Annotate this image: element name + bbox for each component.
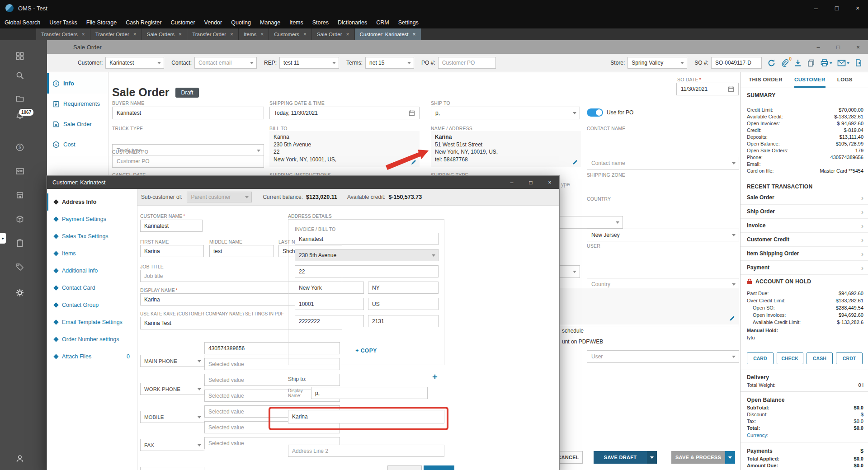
tab-customer[interactable]: CUSTOMER xyxy=(794,72,826,88)
close-icon[interactable]: × xyxy=(540,176,559,189)
menu-items[interactable]: Items xyxy=(285,16,308,28)
minimize-icon[interactable]: – xyxy=(806,0,826,16)
package-icon[interactable] xyxy=(15,215,24,224)
download-icon[interactable] xyxy=(794,59,802,67)
middle-name-input[interactable]: test xyxy=(209,245,274,257)
menu-global-search[interactable]: Global Search xyxy=(0,16,45,28)
rep-select[interactable]: test 11 xyxy=(279,57,339,69)
save-process-button[interactable]: SAVE & PROCESS xyxy=(671,451,725,464)
parent-customer-select[interactable]: Parent customer xyxy=(187,192,252,202)
modal-nav-address-info[interactable]: Address Info xyxy=(47,193,137,211)
tab-sale-orders[interactable]: Sale Orders× xyxy=(142,28,187,40)
modal-nav-contact-card[interactable]: Contact Card xyxy=(47,279,137,296)
tab-this-order[interactable]: THIS ORDER xyxy=(749,72,783,88)
bill-name-input[interactable]: Karinatest xyxy=(295,233,439,245)
email-type-select[interactable]: EMAIL xyxy=(140,467,204,470)
modal-nav-email-template-settings[interactable]: Email Template Settings xyxy=(47,314,137,331)
recent-item-customer-credit[interactable]: Customer Credit› xyxy=(741,233,868,247)
edit-pencil-icon[interactable] xyxy=(729,315,736,322)
add-address-button[interactable]: + xyxy=(432,372,438,382)
modal-nav-contact-group[interactable]: Contact Group xyxy=(47,296,137,314)
customer-name-input[interactable]: Karinatest xyxy=(140,220,203,232)
menu-user-tasks[interactable]: User Tasks xyxy=(45,16,82,28)
tab-close-icon[interactable]: × xyxy=(133,31,137,38)
mobile-input[interactable]: Selected value xyxy=(204,374,340,386)
shipping-zone-select[interactable]: New Jersey xyxy=(587,229,739,241)
save-draft-button[interactable]: SAVE DRAFT xyxy=(594,451,647,464)
bill-line2-input[interactable]: 22 xyxy=(295,265,439,277)
tab-logs[interactable]: LOGS xyxy=(837,72,853,88)
print-dropdown-icon[interactable] xyxy=(830,62,832,66)
store-icon[interactable] xyxy=(15,191,24,200)
tab-close-icon[interactable]: × xyxy=(346,31,349,38)
email-icon[interactable] xyxy=(837,60,849,66)
ship-display-name-input[interactable]: p, xyxy=(311,387,428,399)
maximize-icon[interactable]: □ xyxy=(826,0,847,16)
menu-dictionaries[interactable]: Dictionaries xyxy=(333,16,372,28)
shipping-date-input[interactable]: Today, 11/30/2021 xyxy=(269,107,420,119)
credit-button[interactable]: CRDT xyxy=(836,352,863,364)
modal-nav-order-number-settings[interactable]: Order Number settings xyxy=(47,331,137,348)
tab-customers[interactable]: Customers× xyxy=(269,28,312,40)
bill-city-input[interactable]: New York xyxy=(295,282,364,294)
buyer-name-input[interactable]: Karinatest xyxy=(112,107,264,119)
fax-type-select[interactable]: FAX xyxy=(140,439,204,451)
menu-stores[interactable]: Stores xyxy=(308,16,333,28)
modal-nav-additional-info[interactable]: Additional Info xyxy=(47,262,137,279)
tab-close-icon[interactable]: × xyxy=(303,31,307,38)
modal-save-button[interactable] xyxy=(424,465,454,470)
first-name-input[interactable]: Karina xyxy=(140,245,204,257)
recent-item-sale-order[interactable]: Sale Order› xyxy=(741,191,868,205)
so-number-input[interactable]: SO-0049117-D xyxy=(711,57,762,69)
contact-select[interactable]: Contact email xyxy=(194,57,257,69)
recent-item-ship-order[interactable]: Ship Order› xyxy=(741,205,868,219)
email-dropdown-icon[interactable] xyxy=(847,62,849,66)
tab-close-icon[interactable]: × xyxy=(413,31,416,38)
so-date-input[interactable]: 11/30/2021 xyxy=(676,83,739,95)
recent-item-invoice[interactable]: Invoice› xyxy=(741,219,868,233)
tab-close-icon[interactable]: × xyxy=(82,31,85,38)
close-icon[interactable]: × xyxy=(848,40,868,54)
menu-cash-register[interactable]: Cash Register xyxy=(121,16,166,28)
tab-sale-order[interactable]: Sale Order× xyxy=(312,28,355,40)
mobile-type-select[interactable]: MOBILE xyxy=(140,411,204,423)
dollar-icon[interactable]: $ xyxy=(15,143,24,152)
tab-close-icon[interactable]: × xyxy=(260,31,264,38)
bill-street-select[interactable]: 230 5th Avenue xyxy=(295,249,439,261)
tab-close-icon[interactable]: × xyxy=(230,31,233,38)
copy-icon[interactable] xyxy=(807,59,815,67)
menu-vendor[interactable]: Vendor xyxy=(200,16,227,28)
po-input[interactable]: Customer PO xyxy=(438,57,496,69)
modal-nav-sales-tax-settings[interactable]: Sales Tax Settings xyxy=(47,228,137,245)
folder-icon[interactable] xyxy=(15,94,24,103)
menu-settings[interactable]: Settings xyxy=(394,16,423,28)
main-phone-type-select[interactable]: MAIN PHONE xyxy=(140,355,204,367)
restore-icon[interactable]: □ xyxy=(828,40,848,54)
modal-nav-items[interactable]: Items xyxy=(47,245,137,262)
panel-expander[interactable]: ▸ xyxy=(0,233,6,244)
menu-file-storage[interactable]: File Storage xyxy=(82,16,121,28)
dashboard-icon[interactable] xyxy=(15,52,24,61)
modal-cancel-button[interactable] xyxy=(387,465,422,470)
menu-manage[interactable]: Manage xyxy=(255,16,285,28)
bill-zip-input[interactable]: 10001 xyxy=(295,298,364,310)
sidenav-item-sale-order[interactable]: Sale Order xyxy=(47,114,108,134)
currency-link[interactable]: Currency: xyxy=(747,432,769,438)
clipboard-icon[interactable] xyxy=(15,239,24,248)
search-icon[interactable] xyxy=(15,71,24,80)
sidenav-item-requirements[interactable]: Requirements xyxy=(47,94,108,114)
contact-card-icon[interactable] xyxy=(15,167,24,176)
save-draft-dropdown-icon[interactable] xyxy=(647,451,657,464)
terms-select[interactable]: net 15 xyxy=(365,57,414,69)
sidenav-item-info[interactable]: Info xyxy=(47,73,108,94)
menu-customer[interactable]: Customer xyxy=(166,16,199,28)
work-phone-type-select[interactable]: WORK PHONE xyxy=(140,383,204,395)
maximize-icon[interactable]: □ xyxy=(521,176,540,189)
refresh-icon[interactable] xyxy=(767,59,776,67)
print-icon[interactable] xyxy=(820,59,832,67)
customer-select[interactable]: Karinatest xyxy=(105,57,164,69)
price-tag-icon[interactable] xyxy=(15,263,24,272)
contact-name-select[interactable]: Contact name xyxy=(587,157,739,169)
modal-nav-payment-settings[interactable]: Payment Settings xyxy=(47,211,137,228)
recent-item-item-shipping-order[interactable]: Item Shipping Order› xyxy=(741,247,868,261)
